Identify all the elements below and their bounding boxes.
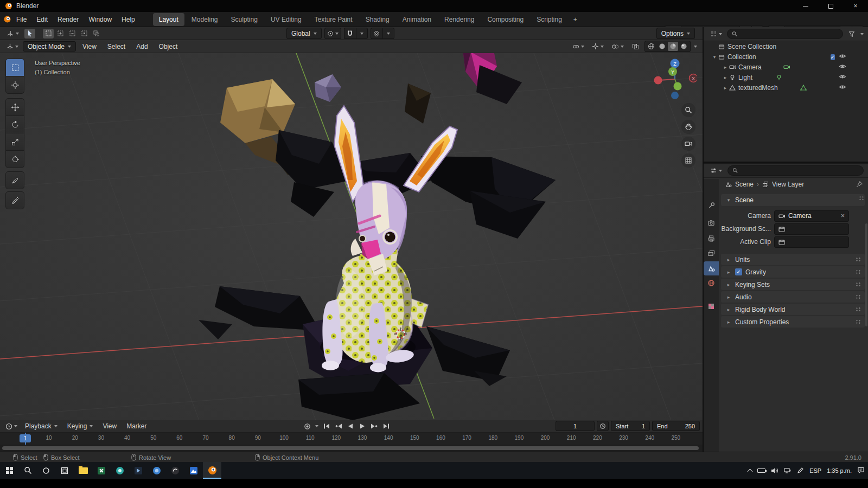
app-dark-gray[interactable] xyxy=(166,462,184,479)
panel-grip[interactable] xyxy=(856,282,861,287)
start-frame-field[interactable]: Start1 xyxy=(611,421,650,431)
active-clip-property-field[interactable] xyxy=(774,236,849,248)
ortho-toggle-icon[interactable] xyxy=(681,153,695,168)
window-menu[interactable]: Window xyxy=(84,16,117,23)
rotate-tool[interactable] xyxy=(5,115,24,133)
cursor-tool[interactable] xyxy=(5,76,24,94)
light-data-icon[interactable] xyxy=(776,74,782,81)
render-properties-tab[interactable] xyxy=(704,216,719,230)
scene-properties-tab[interactable] xyxy=(704,261,719,275)
edit-menu[interactable]: Edit xyxy=(31,16,53,23)
world-properties-tab[interactable] xyxy=(704,276,719,290)
use-preview-range-toggle[interactable] xyxy=(597,421,609,431)
taskbar-search-icon[interactable] xyxy=(18,462,37,479)
gravity-panel[interactable]: ▸✓Gravity xyxy=(721,266,865,278)
overlays-dropdown[interactable] xyxy=(609,41,626,52)
jump-to-end-button[interactable] xyxy=(381,421,392,432)
pivot-point-dropdown[interactable] xyxy=(324,28,341,39)
tab-compositing[interactable]: Compositing xyxy=(481,13,529,26)
add-workspace-button[interactable]: + xyxy=(569,13,582,26)
view-layer-properties-tab[interactable] xyxy=(704,246,719,260)
outliner-row-scene-collection[interactable]: Scene Collection xyxy=(704,41,868,52)
current-frame-field[interactable]: 1 xyxy=(556,421,595,431)
3d-viewport[interactable]: Object Mode View Select Add Object xyxy=(0,40,703,420)
outliner-search[interactable] xyxy=(727,29,843,39)
tab-layout[interactable]: Layout xyxy=(153,13,184,26)
camera-property-field[interactable]: Camera × xyxy=(774,210,849,222)
next-keyframe-button[interactable] xyxy=(369,421,380,432)
select-menu[interactable]: Select xyxy=(103,43,130,50)
panel-grip[interactable] xyxy=(856,269,861,274)
cortana-icon[interactable] xyxy=(37,462,55,479)
app-dark-blue[interactable] xyxy=(129,462,148,479)
output-properties-tab[interactable] xyxy=(704,232,719,246)
task-view-icon[interactable] xyxy=(55,462,74,479)
collection-expand-icon[interactable]: ▾ xyxy=(711,54,718,60)
proportional-editing-toggle[interactable] xyxy=(371,28,382,39)
properties-search-input[interactable] xyxy=(741,168,859,174)
zoom-icon[interactable] xyxy=(681,103,695,117)
prev-keyframe-button[interactable] xyxy=(333,421,344,432)
proportional-falloff-dropdown[interactable] xyxy=(382,28,394,39)
add-menu[interactable]: Add xyxy=(132,43,152,50)
keying-sets-panel[interactable]: ▸Keying Sets xyxy=(721,279,865,290)
properties-scrollbar[interactable] xyxy=(865,223,867,326)
outliner-filter-button[interactable] xyxy=(846,28,858,40)
panel-grip[interactable] xyxy=(856,257,861,262)
move-tool[interactable] xyxy=(5,98,24,116)
minimize-button[interactable] xyxy=(793,0,818,12)
tab-uv-editing[interactable]: UV Editing xyxy=(265,13,308,26)
breadcrumb-view-layer[interactable]: View Layer xyxy=(772,181,804,188)
tab-scripting[interactable]: Scripting xyxy=(531,13,568,26)
gravity-checkbox[interactable]: ✓ xyxy=(735,268,742,275)
pan-hand-icon[interactable] xyxy=(681,120,695,134)
camera-data-icon[interactable] xyxy=(783,64,790,70)
outliner-row-collection[interactable]: ▾ Collection ✓ xyxy=(704,52,868,62)
playhead-marker[interactable]: 1 xyxy=(20,434,31,442)
app-browser[interactable] xyxy=(148,462,166,479)
select-new-toggle[interactable] xyxy=(43,29,54,38)
shading-dropdown[interactable] xyxy=(694,46,697,48)
tab-sculpting[interactable]: Sculpting xyxy=(225,13,264,26)
close-button[interactable]: × xyxy=(843,0,868,12)
camera-expand-icon[interactable]: ▸ xyxy=(722,65,729,70)
tool-properties-tab[interactable] xyxy=(704,198,719,213)
select-extend-toggle[interactable] xyxy=(55,29,66,38)
gizmos-dropdown[interactable] xyxy=(590,41,606,52)
properties-editor-type-button[interactable] xyxy=(708,165,724,176)
app-photos[interactable] xyxy=(184,462,203,479)
file-menu[interactable]: File xyxy=(11,16,31,23)
object-menu[interactable]: Object xyxy=(155,43,182,50)
outliner-editor-type-button[interactable] xyxy=(708,28,724,40)
annotate-tool[interactable] xyxy=(5,171,24,189)
maximize-button[interactable] xyxy=(818,0,843,12)
mesh-visibility-icon[interactable] xyxy=(839,84,846,90)
notification-icon[interactable] xyxy=(857,467,865,474)
app-excel[interactable] xyxy=(92,462,111,479)
end-frame-field[interactable]: End250 xyxy=(652,421,700,431)
tab-shading[interactable]: Shading xyxy=(360,13,395,26)
tray-chevron-icon[interactable] xyxy=(748,468,753,474)
object-visibility-dropdown[interactable] xyxy=(570,41,586,52)
panel-grip[interactable] xyxy=(856,307,861,312)
auto-key-dropdown[interactable] xyxy=(314,421,320,432)
tab-animation[interactable]: Animation xyxy=(397,13,437,26)
select-intersect-toggle[interactable] xyxy=(91,29,101,38)
viewport-canvas[interactable] xyxy=(0,40,703,420)
start-button[interactable] xyxy=(0,462,18,479)
snap-settings-dropdown[interactable] xyxy=(356,28,368,39)
play-button[interactable] xyxy=(357,421,368,432)
outliner-display-dropdown[interactable] xyxy=(860,33,864,35)
auto-key-toggle[interactable] xyxy=(302,421,312,432)
timeline-view-menu[interactable]: View xyxy=(98,422,121,430)
mesh-data-icon[interactable] xyxy=(800,85,807,91)
jump-to-start-button[interactable] xyxy=(321,421,332,432)
mesh-expand-icon[interactable]: ▸ xyxy=(722,85,729,91)
outliner-row-texturedmesh[interactable]: ▸ texturedMesh xyxy=(704,82,868,93)
options-dropdown[interactable]: Options xyxy=(656,28,695,39)
keying-menu[interactable]: Keying xyxy=(63,422,98,430)
outliner-search-input[interactable] xyxy=(740,31,838,37)
select-invert-toggle[interactable] xyxy=(79,29,90,38)
pin-icon[interactable] xyxy=(856,181,863,188)
rendered-shading-button[interactable] xyxy=(679,42,689,51)
